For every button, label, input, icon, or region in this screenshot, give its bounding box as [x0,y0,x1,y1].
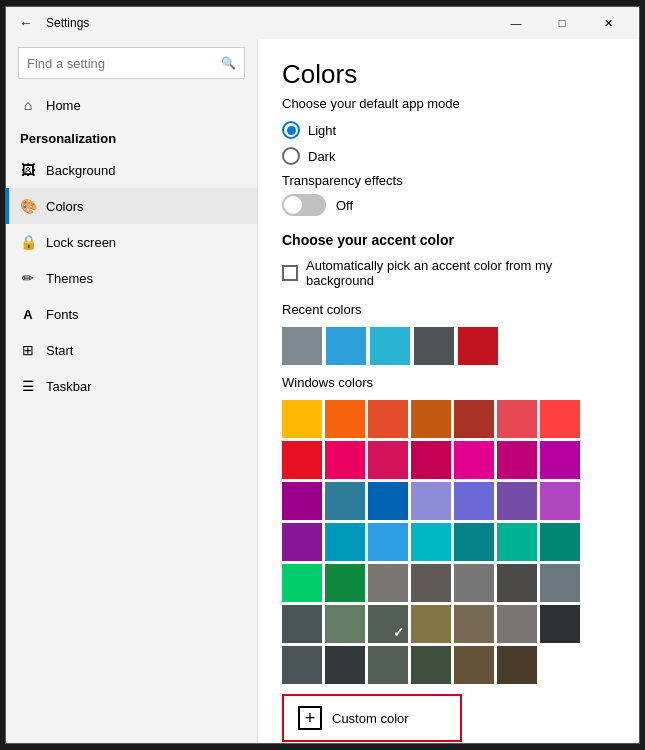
themes-icon: ✏ [20,270,36,286]
windows-color-swatch[interactable] [325,646,365,684]
windows-color-swatch[interactable] [325,482,365,520]
sidebar-item-themes[interactable]: ✏ Themes [6,260,257,296]
custom-color-button[interactable]: + Custom color [282,694,462,742]
radio-light-circle [282,121,300,139]
windows-color-swatch[interactable] [368,523,408,561]
windows-color-swatch[interactable] [497,482,537,520]
sidebar-taskbar-label: Taskbar [46,379,92,394]
windows-color-swatch[interactable] [325,523,365,561]
windows-color-swatch[interactable] [411,523,451,561]
windows-color-swatch[interactable] [540,482,580,520]
sidebar-item-background[interactable]: 🖼 Background [6,152,257,188]
windows-color-swatch[interactable] [282,564,322,602]
transparency-toggle[interactable] [282,194,326,216]
windows-color-swatch[interactable] [454,564,494,602]
windows-color-swatch[interactable] [540,441,580,479]
windows-color-swatch[interactable] [454,646,494,684]
sidebar-item-home[interactable]: ⌂ Home [6,87,257,123]
sidebar-lockscreen-label: Lock screen [46,235,116,250]
auto-accent-label: Automatically pick an accent color from … [306,258,615,288]
windows-color-swatch[interactable] [368,605,408,643]
settings-window: ← Settings — □ ✕ 🔍 ⌂ Home Personalizatio… [5,6,640,744]
close-button[interactable]: ✕ [585,7,631,39]
start-icon: ⊞ [20,342,36,358]
sidebar-fonts-label: Fonts [46,307,79,322]
fonts-icon: A [20,306,36,322]
sidebar-item-colors[interactable]: 🎨 Colors [6,188,257,224]
windows-color-swatch[interactable] [411,646,451,684]
recent-color-swatch[interactable] [282,327,322,365]
windows-color-swatch[interactable] [282,523,322,561]
windows-color-swatch[interactable] [368,441,408,479]
minimize-button[interactable]: — [493,7,539,39]
windows-color-swatch[interactable] [325,441,365,479]
recent-color-swatch[interactable] [458,327,498,365]
windows-color-swatch[interactable] [368,646,408,684]
recent-color-swatch[interactable] [414,327,454,365]
window-controls: — □ ✕ [493,7,631,39]
windows-color-swatch[interactable] [454,441,494,479]
search-input[interactable] [27,56,221,71]
windows-color-swatch[interactable] [497,646,537,684]
windows-color-swatch[interactable] [411,482,451,520]
radio-dark[interactable]: Dark [282,147,615,165]
plus-icon: + [298,706,322,730]
windows-color-swatch[interactable] [325,400,365,438]
windows-color-swatch[interactable] [454,400,494,438]
radio-light[interactable]: Light [282,121,615,139]
windows-color-swatch[interactable] [454,605,494,643]
accent-heading: Choose your accent color [282,232,615,248]
radio-dark-label: Dark [308,149,335,164]
sidebar-item-fonts[interactable]: A Fonts [6,296,257,332]
windows-color-swatch[interactable] [540,400,580,438]
windows-color-swatch[interactable] [325,605,365,643]
windows-color-swatch[interactable] [497,523,537,561]
windows-color-swatch[interactable] [497,605,537,643]
windows-color-swatch[interactable] [282,400,322,438]
windows-color-swatch[interactable] [540,523,580,561]
sidebar: 🔍 ⌂ Home Personalization 🖼 Background 🎨 … [6,39,258,743]
windows-color-swatch[interactable] [454,482,494,520]
windows-color-swatch[interactable] [497,400,537,438]
windows-color-swatch[interactable] [368,564,408,602]
back-button[interactable]: ← [14,11,38,35]
windows-color-swatch[interactable] [497,441,537,479]
auto-accent-checkbox[interactable]: Automatically pick an accent color from … [282,258,615,288]
recent-colors-row [282,327,615,365]
windows-color-swatch[interactable] [282,646,322,684]
sidebar-home-label: Home [46,98,81,113]
sidebar-item-taskbar[interactable]: ☰ Taskbar [6,368,257,404]
recent-color-swatch[interactable] [326,327,366,365]
windows-color-swatch[interactable] [368,482,408,520]
windows-color-swatch[interactable] [282,441,322,479]
sidebar-start-label: Start [46,343,73,358]
windows-color-swatch[interactable] [454,523,494,561]
recent-color-swatch[interactable] [370,327,410,365]
sidebar-colors-label: Colors [46,199,84,214]
windows-color-swatch[interactable] [540,605,580,643]
sidebar-themes-label: Themes [46,271,93,286]
search-box[interactable]: 🔍 [18,47,245,79]
sidebar-item-start[interactable]: ⊞ Start [6,332,257,368]
windows-color-swatch[interactable] [411,605,451,643]
sidebar-section-title: Personalization [6,123,257,152]
windows-color-swatch[interactable] [282,482,322,520]
windows-color-swatch[interactable] [325,564,365,602]
windows-color-swatch[interactable] [497,564,537,602]
windows-color-swatch[interactable] [411,564,451,602]
custom-color-label: Custom color [332,711,409,726]
page-title: Colors [282,59,615,90]
windows-color-swatch[interactable] [411,441,451,479]
lock-icon: 🔒 [20,234,36,250]
sidebar-item-lockscreen[interactable]: 🔒 Lock screen [6,224,257,260]
windows-color-swatch[interactable] [411,400,451,438]
maximize-button[interactable]: □ [539,7,585,39]
windows-color-swatch[interactable] [282,605,322,643]
windows-color-swatch[interactable] [540,564,580,602]
transparency-label: Transparency effects [282,173,615,188]
windows-colors-grid [282,400,615,684]
windows-color-swatch[interactable] [368,400,408,438]
content-area: 🔍 ⌂ Home Personalization 🖼 Background 🎨 … [6,39,639,743]
transparency-state: Off [336,198,353,213]
windows-colors-label: Windows colors [282,375,615,390]
